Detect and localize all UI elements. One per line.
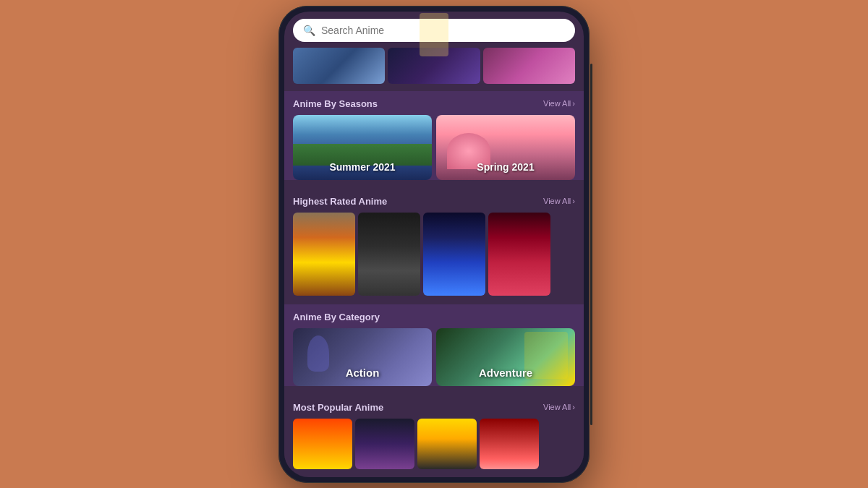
- category-title: Anime By Category: [293, 312, 380, 322]
- category-grid: Action Adventure: [284, 328, 584, 386]
- most-popular-title: Most Popular Anime: [293, 402, 383, 413]
- category-adventure-label: Adventure: [479, 367, 532, 379]
- search-icon: 🔍: [303, 25, 315, 36]
- popular-row[interactable]: [284, 419, 584, 469]
- rated-card-2[interactable]: [358, 213, 420, 296]
- category-card-adventure[interactable]: Adventure: [436, 328, 575, 386]
- seasons-view-all[interactable]: View All ›: [543, 99, 575, 108]
- rated-card-1[interactable]: [293, 213, 355, 296]
- popular-card-2[interactable]: [355, 419, 414, 469]
- seasons-header: Anime By Seasons View All ›: [284, 95, 584, 115]
- most-popular-view-all[interactable]: View All ›: [543, 403, 575, 411]
- category-header: Anime By Category: [284, 309, 584, 328]
- rated-card-4[interactable]: [488, 213, 550, 296]
- category-card-action[interactable]: Action: [293, 328, 432, 386]
- rated-row[interactable]: [284, 213, 584, 296]
- banner-thumb-3: [483, 48, 575, 84]
- scroll-content[interactable]: Anime By Seasons View All › Summer 2021 …: [284, 48, 584, 477]
- popular-card-3[interactable]: [417, 419, 477, 469]
- season-card-summer[interactable]: Summer 2021: [293, 115, 432, 180]
- phone-frame: 🔍 Anime By Seasons View All ›: [278, 6, 590, 483]
- highest-rated-section: Highest Rated Anime View All ›: [284, 189, 584, 296]
- season-card-spring[interactable]: Spring 2021: [436, 115, 575, 180]
- most-popular-header: Most Popular Anime View All ›: [284, 399, 584, 419]
- banner-thumb-1: [293, 48, 385, 84]
- season-summer-label: Summer 2021: [329, 161, 395, 173]
- seasons-title: Anime By Seasons: [293, 98, 378, 109]
- category-action-label: Action: [346, 367, 380, 379]
- season-spring-label: Spring 2021: [477, 161, 534, 173]
- most-popular-section: Most Popular Anime View All ›: [284, 395, 584, 469]
- rated-card-3[interactable]: [423, 213, 485, 296]
- category-section: Anime By Category Action Adventure: [284, 304, 584, 386]
- phone-screen: 🔍 Anime By Seasons View All ›: [284, 12, 584, 477]
- highest-rated-header: Highest Rated Anime View All ›: [284, 193, 584, 213]
- highest-rated-view-all[interactable]: View All ›: [543, 197, 575, 205]
- seasons-section: Anime By Seasons View All › Summer 2021 …: [284, 91, 584, 180]
- popular-card-4[interactable]: [480, 419, 539, 469]
- highest-rated-title: Highest Rated Anime: [293, 196, 387, 207]
- popular-card-1[interactable]: [293, 419, 352, 469]
- seasons-grid: Summer 2021 Spring 2021: [284, 115, 584, 180]
